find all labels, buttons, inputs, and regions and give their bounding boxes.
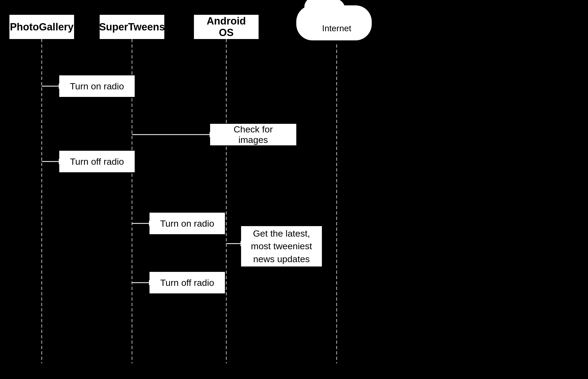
diagram-lines — [0, 0, 588, 379]
turn-off-radio-1: Turn off radio — [59, 151, 135, 172]
turn-on-radio-2: Turn on radio — [149, 213, 225, 234]
get-latest-updates: Get the latest, most tweeniest news upda… — [241, 226, 322, 266]
supertweens-header: SuperTweens — [100, 15, 164, 39]
internet-cloud-container: Internet — [296, 5, 377, 51]
internet-label: Internet — [296, 23, 377, 33]
turn-on-radio-1: Turn on radio — [59, 75, 135, 97]
photogallery-header: PhotoGallery — [9, 15, 74, 39]
turn-off-radio-2: Turn off radio — [149, 272, 225, 293]
internet-cloud — [296, 5, 372, 40]
android-os-header: Android OS — [194, 15, 259, 39]
check-for-images: Check for images — [210, 124, 296, 145]
get-latest-text: Get the latest, most tweeniest news upda… — [251, 227, 312, 266]
diagram-container: PhotoGallery SuperTweens Android OS Inte… — [0, 0, 588, 379]
